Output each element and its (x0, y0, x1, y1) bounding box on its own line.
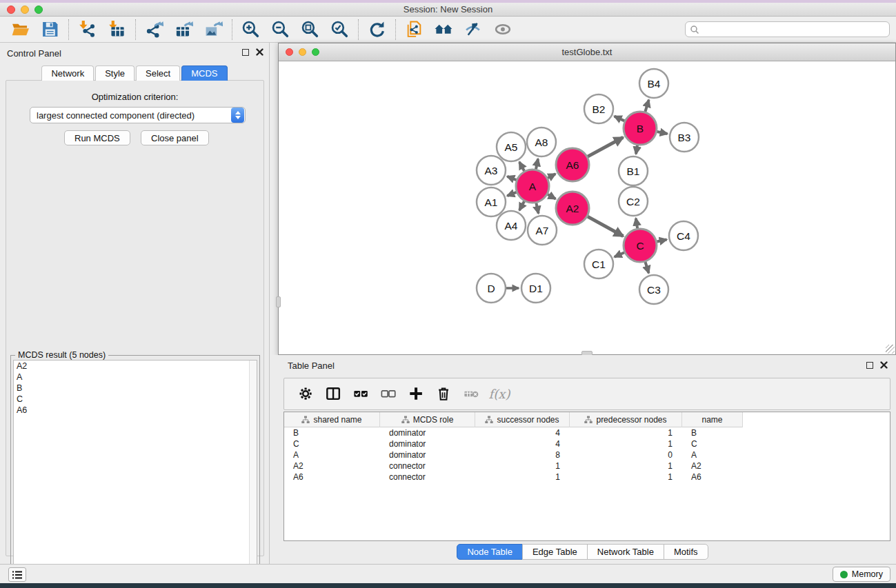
result-item-c[interactable]: C (14, 394, 257, 405)
tab-node-table[interactable]: Node Table (457, 544, 523, 560)
delete-column-button[interactable] (430, 381, 458, 407)
edge-B-B1[interactable] (636, 145, 637, 154)
table-row-a6[interactable]: A6connector11A6 (284, 472, 890, 483)
edge-A2-C[interactable] (588, 216, 624, 236)
edge-A-A1[interactable] (507, 192, 516, 196)
graph-node-b3[interactable]: B3 (670, 123, 699, 152)
result-item-a2[interactable]: A2 (14, 361, 257, 372)
float-table-panel-icon[interactable] (866, 362, 873, 369)
graph-node-c2[interactable]: C2 (619, 187, 648, 216)
result-item-a6[interactable]: A6 (14, 405, 257, 416)
deselect-all-checks-button[interactable] (375, 381, 403, 407)
table-row-a2[interactable]: A2connector11A2 (284, 460, 890, 472)
column-header-shared-name[interactable]: shared name (284, 412, 380, 427)
select-all-checks-button[interactable] (348, 381, 375, 407)
tab-select[interactable]: Select (136, 65, 180, 81)
homes-button[interactable] (429, 18, 459, 41)
network-document-button[interactable] (399, 18, 429, 41)
zoom-out-button[interactable] (266, 18, 295, 41)
graph-node-c3[interactable]: C3 (639, 275, 668, 304)
result-list-scrollbar[interactable] (249, 361, 257, 586)
tab-edge-table[interactable]: Edge Table (522, 544, 588, 560)
import-table-button[interactable] (102, 18, 132, 41)
zoom-in-button[interactable] (236, 18, 266, 41)
edge-A-A2[interactable] (548, 194, 556, 199)
show-eye-button[interactable] (488, 18, 518, 41)
column-header-predecessor-nodes[interactable]: predecessor nodes (570, 412, 682, 427)
tab-motifs[interactable]: Motifs (664, 544, 708, 560)
edge-C-C1[interactable] (615, 252, 624, 256)
tab-network-table[interactable]: Network Table (587, 544, 664, 560)
export-table-button[interactable] (169, 18, 199, 41)
open-session-button[interactable] (6, 18, 35, 41)
graph-node-c4[interactable]: C4 (669, 221, 698, 250)
column-header-mcds-role[interactable]: MCDS role (380, 412, 475, 427)
edge-C-C3[interactable] (645, 262, 648, 273)
hide-eye-button[interactable] (459, 18, 488, 41)
graph-node-a4[interactable]: A4 (497, 211, 526, 240)
add-column-button[interactable] (403, 381, 430, 407)
edge-B-B2[interactable] (615, 116, 625, 121)
split-columns-button[interactable] (320, 381, 348, 407)
export-image-button[interactable] (199, 18, 228, 41)
graph-node-b4[interactable]: B4 (639, 69, 668, 98)
import-network-button[interactable] (72, 18, 102, 41)
close-table-panel-icon[interactable] (880, 361, 888, 369)
graph-node-a2[interactable]: A2 (556, 192, 589, 225)
run-mcds-button[interactable]: Run MCDS (64, 130, 130, 145)
edge-A-A4[interactable] (519, 201, 524, 210)
task-history-button[interactable] (8, 567, 26, 582)
edge-A6-B[interactable] (588, 137, 623, 156)
optimization-criterion-select[interactable]: largest connected component (directed) (30, 107, 246, 123)
graph-node-a8[interactable]: A8 (527, 128, 556, 156)
table-row-a[interactable]: Adominator80A (284, 449, 890, 460)
graph-node-b1[interactable]: B1 (619, 156, 648, 185)
network-window-titlebar[interactable]: testGlobe.txt (279, 43, 895, 61)
graph-node-a7[interactable]: A7 (528, 216, 557, 245)
table-row-c[interactable]: Cdominator41C (284, 438, 890, 449)
graph-node-a6[interactable]: A6 (556, 148, 589, 181)
edge-A-A8[interactable] (536, 159, 538, 169)
edge-A-A3[interactable] (507, 176, 516, 180)
edge-B-B3[interactable] (657, 132, 667, 134)
graph-node-a5[interactable]: A5 (497, 132, 526, 161)
graph-node-c1[interactable]: C1 (584, 250, 613, 278)
save-session-button[interactable] (35, 18, 65, 41)
graph-node-a1[interactable]: A1 (477, 187, 506, 216)
graph-node-b[interactable]: B (624, 112, 657, 145)
result-item-a[interactable]: A (14, 372, 257, 383)
network-graph-canvas[interactable]: AA1A2A3A4A5A6A7A8BB1B2B3B4CC1C2C3C4DD1 (279, 61, 895, 354)
graph-node-c[interactable]: C (624, 229, 657, 262)
graph-node-d1[interactable]: D1 (521, 274, 550, 303)
tab-style[interactable]: Style (95, 65, 135, 81)
vertical-splitter-grip[interactable] (276, 296, 281, 307)
tab-network[interactable]: Network (41, 65, 94, 81)
memory-button[interactable]: Memory (833, 567, 890, 582)
zoom-fit-button[interactable] (295, 18, 325, 41)
close-panel-button[interactable]: Close panel (141, 130, 209, 145)
float-panel-icon[interactable] (242, 49, 249, 56)
column-header-name[interactable]: name (682, 412, 743, 427)
zoom-selected-button[interactable] (325, 18, 355, 41)
tab-mcds[interactable]: MCDS (181, 65, 227, 81)
column-header-successor-nodes[interactable]: successor nodes (475, 412, 570, 427)
settings-gear-button[interactable] (292, 381, 320, 407)
window-resize-handle[interactable] (886, 345, 895, 354)
result-item-b[interactable]: B (14, 383, 257, 394)
edge-A-A7[interactable] (536, 203, 538, 213)
edge-B-B4[interactable] (645, 100, 648, 112)
edge-A-A6[interactable] (548, 174, 555, 178)
search-field[interactable] (685, 21, 890, 37)
table-row-b[interactable]: Bdominator41B (284, 427, 890, 438)
search-input[interactable] (699, 23, 889, 36)
graph-node-b2[interactable]: B2 (584, 94, 613, 123)
refresh-layout-button[interactable] (362, 18, 392, 41)
edge-A-A5[interactable] (519, 162, 524, 171)
graph-node-a[interactable]: A (516, 170, 549, 203)
graph-node-d[interactable]: D (477, 274, 506, 303)
edge-C-C4[interactable] (657, 239, 666, 241)
close-panel-icon[interactable] (256, 48, 263, 56)
edge-C-C2[interactable] (636, 219, 637, 229)
export-network-button[interactable] (139, 18, 169, 41)
graph-node-a3[interactable]: A3 (477, 156, 506, 185)
